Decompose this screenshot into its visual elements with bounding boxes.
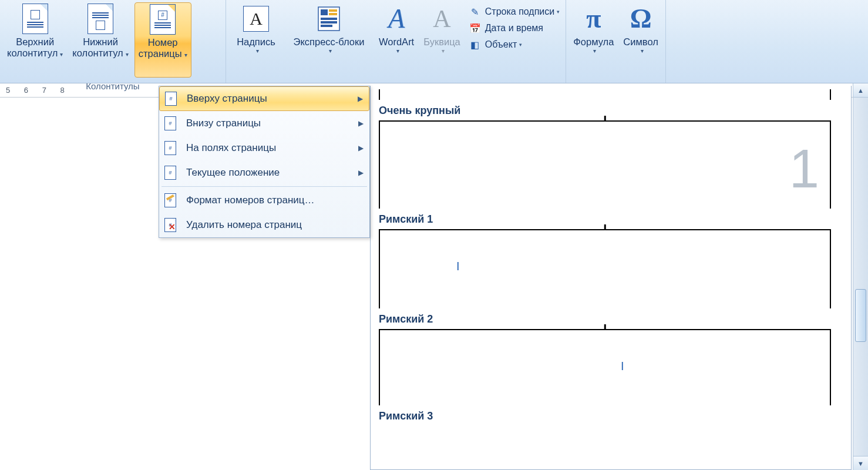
header-button-label-2: колонтитул▾ xyxy=(7,48,63,59)
datetime-label: Дата и время xyxy=(485,23,543,33)
footer-button-label-1: Нижний xyxy=(83,36,118,48)
page-number-button-label-1: Номер xyxy=(148,37,178,48)
menu-format-page-numbers-label: Формат номеров страниц… xyxy=(186,194,315,206)
menu-current-position-label: Текущее положение xyxy=(186,167,280,179)
dropcap-button[interactable]: A Буквица ▾ xyxy=(420,2,464,78)
page-number-dropdown: # Вверху страницы ▶ # Внизу страницы ▶ #… xyxy=(159,86,370,238)
textbox-icon: A xyxy=(242,5,270,33)
quickparts-button-label: Экспресс-блоки xyxy=(294,36,365,48)
gallery-category-roman-2: Римский 2 xyxy=(379,313,843,325)
object-button[interactable]: ◧ Объект ▾ xyxy=(465,36,563,53)
ribbon-group-symbols: π Формула ▾ Ω Символ ▾ xyxy=(566,0,666,83)
symbol-button-label: Символ xyxy=(623,36,658,48)
ribbon: Верхний колонтитул▾ Нижний колонтитул▾ #… xyxy=(0,0,868,83)
gallery-sample-clip-top xyxy=(379,89,831,100)
scroll-thumb[interactable] xyxy=(855,289,866,342)
svg-rect-4 xyxy=(321,18,337,20)
svg-rect-1 xyxy=(321,9,328,15)
dropcap-dropdown-icon: ▾ xyxy=(439,48,445,55)
wordart-button-label: WordArt xyxy=(379,36,414,48)
equation-button[interactable]: π Формула ▾ xyxy=(570,2,617,78)
equation-button-label: Формула xyxy=(573,36,614,48)
menu-bottom-of-page-label: Внизу страницы xyxy=(186,118,261,129)
gallery-category-very-large: Очень крупный xyxy=(379,105,843,117)
equation-dropdown-icon: ▾ xyxy=(591,48,596,55)
svg-rect-6 xyxy=(321,25,332,27)
page-number-button[interactable]: # Номер страницы▾ xyxy=(134,2,191,78)
gallery-category-roman-1: Римский 1 xyxy=(379,213,843,226)
menu-top-of-page-label: Вверху страницы xyxy=(187,93,267,105)
textbox-button[interactable]: A Надпись ▾ xyxy=(230,2,282,78)
svg-rect-5 xyxy=(321,21,337,24)
textbox-dropdown-icon: ▾ xyxy=(254,48,259,55)
top-of-page-icon: # xyxy=(162,90,180,108)
sample-number-1: 1 xyxy=(789,142,819,196)
signature-line-label: Строка подписи xyxy=(485,6,554,17)
sample-roman-mark-2: I xyxy=(621,360,624,373)
format-page-numbers-icon: # xyxy=(162,192,179,209)
svg-rect-2 xyxy=(329,9,337,12)
page-number-icon: # xyxy=(149,5,177,33)
menu-page-margins-label: На полях страницы xyxy=(186,142,276,154)
textbox-button-label: Надпись xyxy=(237,36,275,48)
signature-dropdown-icon: ▾ xyxy=(554,9,560,15)
ribbon-group-text: A Надпись ▾ Экспресс-блоки ▾ A WordArt ▾… xyxy=(226,0,566,83)
page-number-button-label-2: страницы▾ xyxy=(139,48,187,59)
quickparts-button[interactable]: Экспресс-блоки ▾ xyxy=(285,2,373,78)
header-button[interactable]: Верхний колонтитул▾ xyxy=(4,2,66,78)
vertical-scrollbar[interactable]: ▲ ▼ xyxy=(853,83,868,470)
menu-remove-page-numbers-label: Удалить номера страниц xyxy=(186,219,302,231)
gallery-sample-very-large[interactable]: 1 xyxy=(379,120,831,209)
wordart-dropdown-icon: ▾ xyxy=(394,48,399,55)
wordart-icon: A xyxy=(382,5,411,33)
submenu-arrow-icon: ▶ xyxy=(358,169,364,177)
text-button-stack: ✎ Строка подписи ▾ 📅 Дата и время ◧ Объе… xyxy=(465,1,563,53)
gallery-sample-roman-1[interactable]: I xyxy=(379,229,831,308)
gallery-category-roman-3: Римский 3 xyxy=(379,410,843,422)
menu-bottom-of-page[interactable]: # Внизу страницы ▶ xyxy=(159,111,369,136)
gallery-sample-roman-2[interactable]: I xyxy=(379,329,831,405)
menu-top-of-page[interactable]: # Вверху страницы ▶ xyxy=(159,86,369,111)
dropcap-button-label: Буквица xyxy=(423,36,460,48)
datetime-icon: 📅 xyxy=(469,22,482,35)
footer-icon xyxy=(86,5,115,33)
menu-format-page-numbers[interactable]: # Формат номеров страниц… xyxy=(159,188,369,213)
menu-current-position[interactable]: # Текущее положение ▶ xyxy=(159,160,369,185)
symbol-icon: Ω xyxy=(627,5,655,33)
hairline-icon xyxy=(604,324,606,330)
remove-page-numbers-icon: # xyxy=(162,216,179,234)
symbol-dropdown-icon: ▾ xyxy=(638,48,644,55)
menu-remove-page-numbers[interactable]: # Удалить номера страниц xyxy=(159,213,369,237)
svg-rect-3 xyxy=(329,13,337,15)
datetime-button[interactable]: 📅 Дата и время xyxy=(465,20,563,36)
footer-button[interactable]: Нижний колонтитул▾ xyxy=(69,2,132,78)
submenu-arrow-icon: ▶ xyxy=(358,119,364,127)
dropcap-icon: A xyxy=(428,5,456,33)
quickparts-icon xyxy=(315,5,343,33)
scroll-up-button[interactable]: ▲ xyxy=(853,83,868,98)
footer-button-label-2: колонтитул▾ xyxy=(72,48,128,59)
menu-page-margins[interactable]: # На полях страницы ▶ xyxy=(159,136,369,160)
sample-roman-mark-1: I xyxy=(456,260,460,273)
object-dropdown-icon: ▾ xyxy=(517,42,522,48)
signature-line-button[interactable]: ✎ Строка подписи ▾ xyxy=(465,4,563,20)
submenu-arrow-icon: ▶ xyxy=(358,95,363,103)
submenu-arrow-icon: ▶ xyxy=(358,144,364,152)
symbol-button[interactable]: Ω Символ ▾ xyxy=(620,2,662,78)
signature-icon: ✎ xyxy=(469,5,482,18)
object-icon: ◧ xyxy=(469,38,482,51)
scroll-down-button[interactable]: ▼ xyxy=(853,456,868,470)
page-margins-icon: # xyxy=(162,139,179,157)
ribbon-group-headerfooter: Верхний колонтитул▾ Нижний колонтитул▾ #… xyxy=(0,0,226,83)
object-label: Объект xyxy=(485,39,517,50)
hairline-icon xyxy=(604,116,606,122)
header-icon xyxy=(21,5,49,33)
equation-icon: π xyxy=(580,5,608,33)
wordart-button[interactable]: A WordArt ▾ xyxy=(375,2,418,78)
page-number-gallery: Очень крупный 1 Римский 1 I Римский 2 I … xyxy=(370,86,852,470)
header-button-label-1: Верхний xyxy=(16,36,54,48)
ruler-digits: 5 6 7 8 xyxy=(6,86,70,95)
menu-separator xyxy=(162,186,367,187)
bottom-of-page-icon: # xyxy=(162,115,179,132)
quickparts-dropdown-icon: ▾ xyxy=(327,48,332,55)
